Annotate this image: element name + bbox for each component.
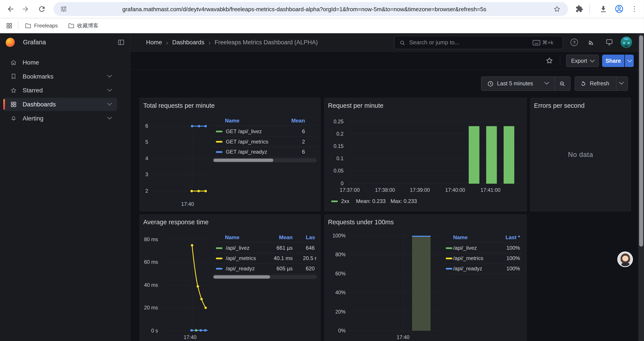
- legend-name[interactable]: /api/_readyz: [226, 265, 255, 272]
- series-color-pill: [216, 131, 222, 132]
- page-scrollbar-thumb[interactable]: [639, 35, 643, 246]
- legend-header-name[interactable]: Name: [225, 234, 239, 241]
- legend-divider: [212, 157, 317, 157]
- panel-request-per-minute[interactable]: Request per minute 0.25 0.2 0.15 0.1 0.0…: [324, 98, 526, 211]
- sidebar-item-label: Starred: [22, 84, 43, 97]
- legend-mean: Mean: 0.233: [356, 198, 386, 205]
- breadcrumb-dashboards[interactable]: Dashboards: [172, 39, 204, 46]
- legend-name[interactable]: GET /api/_readyz: [226, 149, 267, 155]
- share-button[interactable]: Share: [602, 55, 624, 67]
- chevron-down-icon[interactable]: [107, 101, 112, 105]
- profile-icon[interactable]: [614, 4, 624, 14]
- legend-name[interactable]: /api/_livez: [226, 245, 250, 251]
- legend-name[interactable]: /api/_readyz: [453, 265, 482, 272]
- breadcrumb-home[interactable]: Home: [146, 39, 162, 46]
- legend-series[interactable]: 2xx: [341, 198, 350, 205]
- help-icon[interactable]: ?: [570, 39, 578, 46]
- sidebar-item-alerting[interactable]: Alerting: [3, 112, 117, 125]
- legend-name[interactable]: GET /api/_metrics: [226, 138, 268, 145]
- share-menu-button[interactable]: [625, 55, 634, 67]
- panel-errors-per-second[interactable]: Errors per second No data: [530, 98, 631, 211]
- search-shortcut: ⌘+k: [542, 36, 560, 49]
- series-color-pill: [216, 151, 222, 153]
- legend-header-mean[interactable]: Mean: [263, 234, 293, 241]
- avatar-body: [622, 263, 630, 267]
- sidebar-item-bookmarks[interactable]: Bookmarks: [3, 70, 117, 83]
- avatar-face: [622, 256, 628, 261]
- chevron-down-icon[interactable]: [107, 87, 112, 92]
- panel-requests-under-100ms[interactable]: Requests under 100ms 100% 80% 60% 40% 20…: [324, 214, 526, 341]
- legend-max: Max: 0.233: [390, 198, 417, 205]
- bell-icon: [10, 115, 17, 122]
- export-label: Export: [571, 58, 587, 64]
- floating-avatar-widget[interactable]: [617, 251, 633, 267]
- tv-kiosk-icon[interactable]: [606, 38, 613, 46]
- series-color-pill: [446, 258, 452, 259]
- sidebar-item-home[interactable]: Home: [3, 56, 117, 69]
- refresh-label[interactable]: Refresh: [590, 77, 609, 90]
- star-dashboard-icon[interactable]: [546, 57, 554, 65]
- legend-header-mean[interactable]: Mean: [275, 118, 305, 124]
- panel-avg-response-time[interactable]: Average response time 80 ms 60 ms 40 ms …: [140, 214, 321, 341]
- url-text[interactable]: grafana.mathmast.com/d/deytv4rwavabkb/fr…: [122, 2, 486, 16]
- grafana-logo[interactable]: [6, 38, 15, 47]
- chevron-down-icon[interactable]: [544, 80, 549, 85]
- refresh-group: Refresh: [575, 76, 628, 91]
- folder-icon: [68, 22, 75, 29]
- site-settings-icon[interactable]: [60, 5, 67, 13]
- legend-header-name[interactable]: Name: [453, 234, 468, 241]
- legend-header-last[interactable]: Last *: [490, 234, 520, 241]
- page-scrollbar-track[interactable]: [638, 33, 644, 341]
- reload-icon[interactable]: [38, 5, 46, 13]
- downloads-icon[interactable]: [599, 5, 608, 13]
- legend-mean: 6: [275, 128, 305, 135]
- chevron-down-icon[interactable]: [107, 115, 112, 119]
- toolbar-divider: [560, 56, 560, 66]
- active-indicator: [3, 99, 5, 110]
- export-button[interactable]: Export: [566, 55, 599, 67]
- search-input[interactable]: Search or jump to... ⌘+k: [394, 36, 563, 49]
- star-icon: [10, 87, 17, 94]
- chevron-down-icon[interactable]: [619, 80, 624, 85]
- forward-icon[interactable]: [21, 5, 29, 13]
- bookmark-star-icon[interactable]: [553, 5, 561, 13]
- user-avatar[interactable]: [620, 37, 632, 48]
- sidebar-item-label: Bookmarks: [22, 70, 53, 83]
- dock-menu-icon[interactable]: [118, 39, 125, 46]
- legend-divider: [212, 125, 317, 126]
- sidebar-item-starred[interactable]: Starred: [3, 84, 117, 97]
- legend-name[interactable]: /api/_metrics: [226, 255, 256, 262]
- dashboards-icon: [10, 101, 17, 108]
- chevron-down-icon: [627, 58, 632, 62]
- bookmark-folder-freeleaps[interactable]: Freeleaps: [24, 18, 58, 33]
- legend-header-name[interactable]: Name: [225, 118, 239, 124]
- url-bar[interactable]: grafana.mathmast.com/d/deytv4rwavabkb/fr…: [53, 2, 568, 16]
- legend-header-last[interactable]: Las: [306, 234, 315, 241]
- legend-divider: [212, 253, 317, 253]
- panel-total-requests[interactable]: Total requests per minute 6 5 4 3 2 17:4…: [140, 98, 321, 211]
- sidebar-item-dashboards[interactable]: Dashboards: [3, 98, 117, 111]
- legend-scrollbar-thumb[interactable]: [214, 159, 273, 162]
- chevron-down-icon[interactable]: [107, 73, 112, 78]
- legend-last: 100%: [490, 265, 520, 272]
- legend-name[interactable]: /api/_metrics: [453, 255, 483, 262]
- legend-scrollbar-thumb[interactable]: [214, 275, 270, 279]
- bookmark-folder-blogs[interactable]: 收藏博客: [68, 18, 98, 33]
- news-rss-icon[interactable]: [588, 39, 595, 46]
- back-icon[interactable]: [6, 5, 15, 13]
- extensions-icon[interactable]: [576, 5, 583, 13]
- bookmark-icon: [10, 73, 17, 80]
- legend-name[interactable]: GET /api/_livez: [226, 128, 262, 135]
- legend-last: 646: [306, 245, 315, 251]
- legend-mean: 661 µs: [263, 245, 293, 251]
- zoom-out-icon[interactable]: [559, 81, 566, 87]
- apps-grid-icon[interactable]: [6, 22, 13, 29]
- refresh-icon[interactable]: [580, 81, 586, 87]
- legend-divider: [212, 147, 317, 147]
- time-range-label[interactable]: Last 5 minutes: [497, 77, 533, 90]
- menu-icon[interactable]: ⋮: [631, 0, 638, 18]
- breadcrumb-separator: ›: [208, 39, 210, 46]
- avatar-detail: [623, 42, 625, 44]
- series-color-pill: [216, 258, 222, 259]
- legend-name[interactable]: /api/_livez: [453, 245, 477, 251]
